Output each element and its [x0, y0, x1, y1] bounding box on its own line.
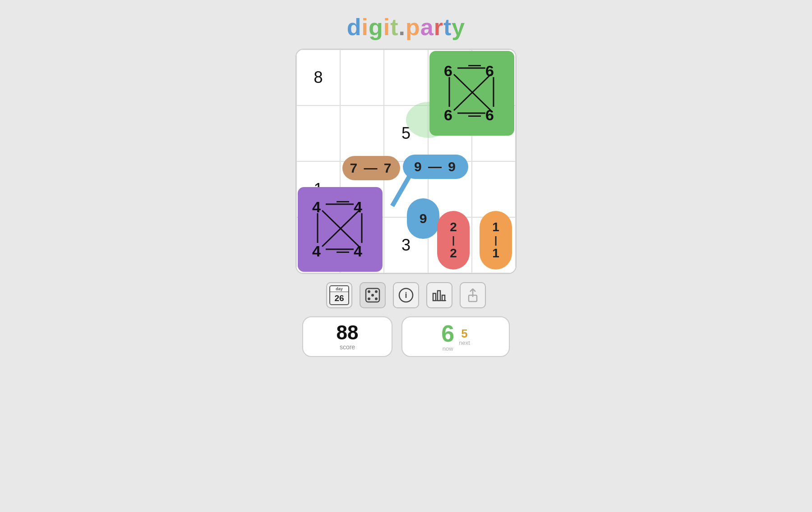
brown-pill[interactable]: 7 — 7	[342, 156, 400, 180]
svg-point-27	[371, 294, 374, 297]
blue-oval-label: 9	[420, 211, 427, 226]
svg-text:—: —	[468, 108, 481, 122]
svg-rect-33	[438, 291, 440, 301]
svg-point-25	[368, 290, 370, 293]
svg-point-28	[368, 297, 370, 300]
stats-icon	[431, 287, 448, 303]
dice-icon	[364, 287, 381, 303]
svg-text:6: 6	[485, 62, 494, 79]
score-value: 88	[337, 323, 359, 343]
svg-text:4: 4	[354, 198, 362, 215]
svg-point-29	[375, 297, 378, 300]
bottom-row: 88 score 6 now 5 next	[302, 316, 510, 357]
next-label: next	[459, 339, 470, 346]
cell-1-1[interactable]	[340, 105, 384, 161]
blue-oval-bottom[interactable]: 9	[407, 198, 439, 239]
share-button[interactable]	[460, 282, 486, 308]
orange-pill[interactable]: 1 | 1	[480, 211, 512, 270]
red-pill-dash: |	[452, 234, 455, 246]
orange-pill-top: 1	[492, 220, 499, 234]
red-pill[interactable]: 2 | 2	[437, 211, 470, 270]
page-title: digit.party	[347, 14, 465, 41]
purple-block[interactable]: 4 4 4 4 — —	[298, 187, 383, 272]
svg-rect-34	[442, 295, 445, 301]
svg-text:—: —	[468, 58, 481, 72]
svg-rect-32	[433, 293, 436, 301]
svg-text:—: —	[337, 194, 349, 208]
day-label: day	[330, 286, 348, 292]
svg-text:—: —	[337, 244, 349, 258]
purple-block-svg: 4 4 4 4 — —	[304, 193, 376, 265]
blue-pill-top[interactable]: 9 — 9	[403, 155, 468, 179]
svg-text:i: i	[405, 291, 407, 300]
next-tile-box: 6 now 5 next	[401, 316, 510, 357]
orange-pill-bottom: 1	[492, 246, 499, 261]
cell-0-1[interactable]	[340, 50, 384, 105]
cell-0-0[interactable]: 8	[296, 50, 340, 105]
toolbar: day 26 i	[326, 282, 486, 308]
now-label: now	[443, 345, 453, 352]
calendar-button[interactable]: day 26	[326, 282, 352, 308]
green-block[interactable]: 6 6 6 6 — —	[429, 51, 514, 136]
now-value: 6	[441, 322, 454, 345]
cell-1-0[interactable]	[296, 105, 340, 161]
cell-2-4[interactable]	[472, 161, 516, 217]
orange-pill-dash: |	[494, 234, 497, 246]
svg-point-26	[375, 290, 378, 293]
next-column: 5 next	[459, 328, 470, 346]
share-icon	[465, 287, 481, 303]
svg-text:4: 4	[312, 242, 321, 260]
score-label: score	[340, 343, 355, 351]
game-area: 8 5 1 3	[295, 49, 517, 357]
grid-container: 8 5 1 3	[295, 49, 517, 274]
red-pill-bottom: 2	[450, 246, 457, 261]
next-value: 5	[461, 328, 467, 339]
svg-text:6: 6	[444, 106, 452, 123]
dice-button[interactable]	[360, 282, 386, 308]
brown-pill-label: 7 — 7	[350, 160, 392, 176]
stats-button[interactable]	[426, 282, 452, 308]
info-button[interactable]: i	[393, 282, 419, 308]
now-column: 6 now	[441, 322, 454, 352]
blue-pill-top-label: 9 — 9	[414, 159, 457, 174]
red-pill-top: 2	[450, 220, 457, 234]
info-icon: i	[398, 287, 414, 303]
green-block-svg: 6 6 6 6 — —	[436, 57, 508, 129]
score-box: 88 score	[302, 316, 392, 357]
day-number: 26	[334, 292, 344, 304]
cell-0-2[interactable]	[384, 50, 428, 105]
svg-text:4: 4	[312, 198, 321, 215]
svg-text:6: 6	[444, 62, 452, 79]
